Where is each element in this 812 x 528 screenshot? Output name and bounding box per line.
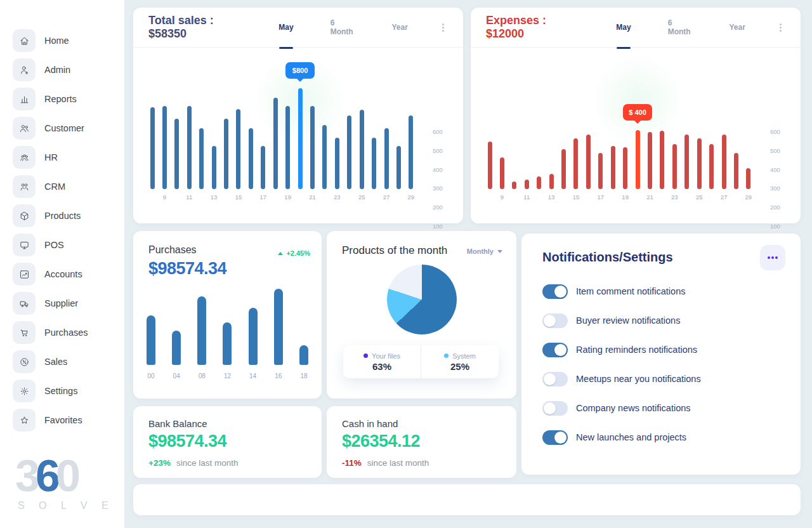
bar[interactable] <box>586 135 591 189</box>
bar[interactable] <box>684 135 689 189</box>
bar[interactable] <box>298 88 303 189</box>
period-tabs: May 6 Month Year <box>579 8 785 48</box>
bar[interactable] <box>172 331 181 365</box>
bar[interactable] <box>561 149 566 189</box>
y-tick: 200 <box>433 204 449 211</box>
bar[interactable] <box>537 176 541 189</box>
bar[interactable] <box>212 146 216 189</box>
bar[interactable] <box>648 132 652 189</box>
bar[interactable] <box>396 146 401 189</box>
sidebar-item-customer[interactable]: Customer <box>13 117 124 140</box>
bar[interactable] <box>734 153 738 189</box>
x-tick: 27 <box>383 194 390 201</box>
toggle-company-news[interactable] <box>542 401 568 416</box>
bar[interactable] <box>500 157 504 189</box>
bar[interactable] <box>660 131 664 189</box>
bar[interactable] <box>322 125 327 189</box>
sidebar-item-accounts[interactable]: Accounts <box>13 263 124 286</box>
bar[interactable] <box>360 110 364 189</box>
bar[interactable] <box>335 138 339 189</box>
bar-slot <box>561 80 566 189</box>
bar[interactable] <box>147 315 155 365</box>
bar[interactable] <box>697 138 702 189</box>
bar[interactable] <box>261 146 265 189</box>
bar[interactable] <box>347 116 351 189</box>
your-files-dot-icon <box>363 353 368 358</box>
toggle-buyer-review[interactable] <box>542 314 568 328</box>
sidebar-item-hr[interactable]: HR <box>13 146 124 169</box>
sidebar-item-label: Favorites <box>44 415 82 425</box>
star-icon <box>13 409 36 432</box>
bar[interactable] <box>722 135 726 189</box>
sidebar-item-favorites[interactable]: Favorites <box>13 409 124 432</box>
sidebar-item-products[interactable]: Products <box>13 204 124 227</box>
bar[interactable] <box>310 106 315 189</box>
bar-slot <box>684 80 690 189</box>
bar[interactable] <box>709 144 714 189</box>
bar[interactable] <box>598 153 603 189</box>
bar[interactable] <box>488 142 492 189</box>
bar[interactable] <box>187 106 192 189</box>
tab-may[interactable]: May <box>616 8 631 48</box>
bar[interactable] <box>384 128 389 189</box>
bar[interactable] <box>512 182 516 189</box>
bar[interactable] <box>197 296 206 365</box>
bar[interactable] <box>162 106 167 189</box>
tab-year[interactable]: Year <box>729 8 745 48</box>
tab-6month[interactable]: 6 Month <box>331 8 355 48</box>
bar[interactable] <box>672 144 677 189</box>
sidebar-item-pos[interactable]: POS <box>13 234 124 256</box>
toggle-meetups[interactable] <box>542 372 568 386</box>
sidebar-item-sales[interactable]: Sales <box>13 350 124 373</box>
tab-6month[interactable]: 6 Month <box>668 8 693 48</box>
bar[interactable] <box>249 308 258 365</box>
sidebar-item-home[interactable]: Home <box>13 29 124 52</box>
toggle-item-comment[interactable] <box>542 284 568 299</box>
sidebar-item-crm[interactable]: CRM <box>13 175 124 198</box>
sidebar: Home Admin Reports Customer HR CRM Produ… <box>0 0 124 528</box>
bar[interactable] <box>525 180 529 189</box>
toggle-rating-reminders[interactable] <box>542 343 568 357</box>
bar[interactable] <box>573 138 578 189</box>
bar[interactable] <box>249 128 253 189</box>
bar-slot <box>322 80 327 189</box>
tab-year[interactable]: Year <box>391 8 407 48</box>
bar[interactable] <box>372 138 376 189</box>
bar-slot <box>537 80 542 189</box>
sidebar-item-admin[interactable]: Admin <box>13 58 124 81</box>
sidebar-item-supplier[interactable]: Supplier <box>13 292 124 315</box>
tab-may[interactable]: May <box>278 8 293 48</box>
notification-row: Buyer review notifications <box>542 306 788 335</box>
bar[interactable] <box>549 174 554 189</box>
x-tick: 08 <box>199 373 206 380</box>
more-options-button[interactable] <box>760 245 785 270</box>
monthly-dropdown[interactable]: Monthly <box>467 248 502 255</box>
bar[interactable] <box>223 322 232 365</box>
bar[interactable] <box>299 345 308 365</box>
bar[interactable] <box>236 109 240 189</box>
expenses-title: Expenses : $12000 <box>486 14 579 41</box>
expenses-chart: 91113151719$ 4002123252729 6005004003002… <box>471 48 801 223</box>
toggle-new-launches[interactable] <box>542 430 568 445</box>
bar[interactable] <box>199 128 204 189</box>
brand-logo: 360 S O L V E <box>15 454 114 512</box>
bar[interactable] <box>409 116 413 189</box>
bar[interactable] <box>273 98 278 189</box>
bar[interactable] <box>224 119 228 189</box>
y-tick: 500 <box>770 147 787 154</box>
bar[interactable] <box>636 130 640 189</box>
chart-icon <box>13 263 36 286</box>
bar[interactable] <box>274 289 283 365</box>
bar[interactable] <box>611 146 615 189</box>
bar[interactable] <box>174 119 179 189</box>
kebab-menu-icon[interactable] <box>776 20 785 35</box>
bar[interactable] <box>150 107 155 189</box>
y-tick: 100 <box>433 223 449 230</box>
bar[interactable] <box>746 168 750 189</box>
bar[interactable] <box>623 147 627 189</box>
sidebar-item-settings[interactable]: Settings <box>13 380 124 402</box>
bar[interactable] <box>285 106 290 189</box>
sidebar-item-reports[interactable]: Reports <box>13 88 124 110</box>
sidebar-item-purchases[interactable]: Purchases <box>13 321 124 344</box>
kebab-menu-icon[interactable] <box>438 20 448 35</box>
